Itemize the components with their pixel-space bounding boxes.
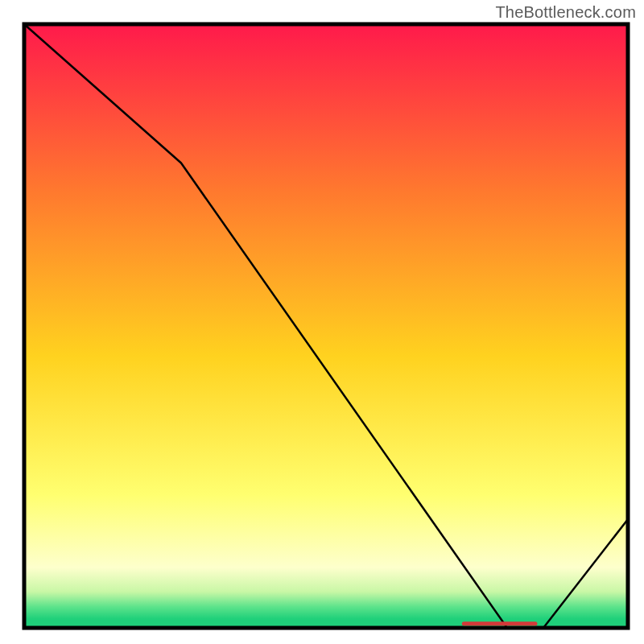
optimal-range-marker bbox=[462, 621, 538, 625]
plot-background bbox=[24, 24, 628, 628]
bottleneck-chart bbox=[0, 0, 644, 644]
chart-container: TheBottleneck.com bbox=[0, 0, 644, 644]
